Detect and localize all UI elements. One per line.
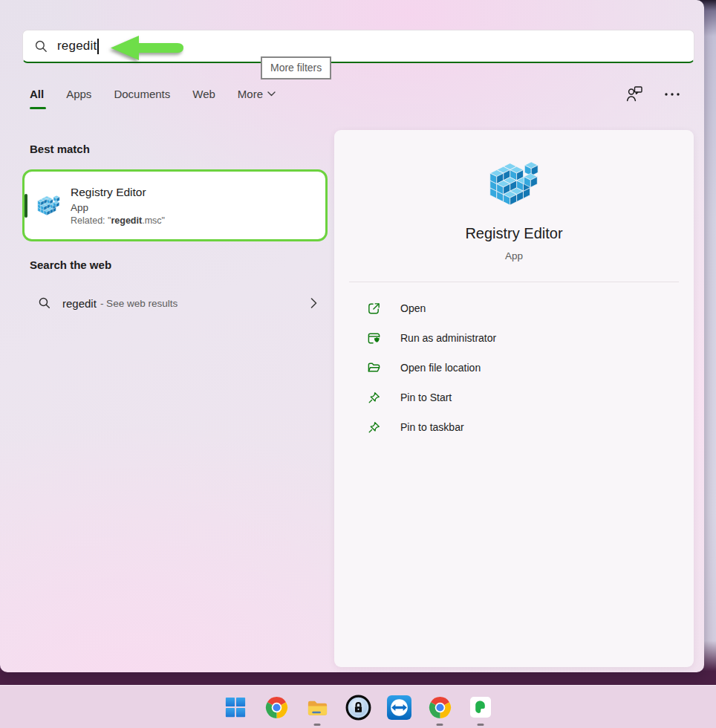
- windows-search-flyout: regedit More filters AllAppsDocumentsWeb…: [0, 0, 704, 672]
- taskbar: [0, 685, 716, 728]
- text-cursor: [97, 39, 99, 54]
- web-suffix-text: - See web results: [100, 298, 178, 309]
- registry-editor-icon: [489, 160, 539, 207]
- taskbar-icon-chrome[interactable]: [261, 686, 291, 728]
- tab-web[interactable]: Web: [192, 88, 215, 109]
- detail-app-type: App: [505, 250, 523, 261]
- taskbar-icon-file-explorer[interactable]: [302, 686, 332, 728]
- more-options-icon[interactable]: [664, 92, 680, 97]
- user-feedback-icon[interactable]: [625, 85, 645, 103]
- selection-indicator: [25, 194, 27, 218]
- pin-icon: [367, 420, 381, 435]
- best-match-heading: Best match: [30, 143, 90, 155]
- action-run-as-administrator[interactable]: Run as administrator: [334, 323, 694, 353]
- result-type: App: [71, 202, 165, 213]
- web-search-heading: Search the web: [30, 259, 111, 271]
- taskbar-icon-chrome[interactable]: [425, 686, 455, 728]
- chevron-right-icon: [310, 298, 317, 308]
- search-query-text: regedit: [57, 39, 97, 53]
- open-external-icon: [367, 302, 381, 316]
- action-pin-to-start[interactable]: Pin to Start: [334, 383, 694, 412]
- tab-apps[interactable]: Apps: [66, 88, 91, 109]
- taskbar-icon-teamviewer[interactable]: [384, 686, 414, 728]
- detail-app-name: Registry Editor: [465, 225, 562, 242]
- more-filters-tooltip: More filters: [261, 56, 331, 79]
- search-icon: [38, 296, 51, 310]
- active-tab-underline: [30, 107, 46, 109]
- web-query-text: regedit: [62, 297, 97, 310]
- open-folder-icon: [367, 361, 381, 375]
- running-indicator: [437, 724, 443, 726]
- pin-icon: [367, 391, 381, 405]
- tab-more[interactable]: More: [238, 88, 276, 109]
- action-pin-to-taskbar[interactable]: Pin to taskbar: [334, 412, 694, 442]
- taskbar-icon-windows-start[interactable]: [221, 686, 250, 728]
- taskbar-icon-keepass[interactable]: [343, 686, 373, 728]
- tab-documents[interactable]: Documents: [114, 88, 170, 109]
- action-open-file-location[interactable]: Open file location: [334, 353, 694, 383]
- search-filter-tabs: AllAppsDocumentsWebMore: [30, 88, 276, 109]
- search-icon: [34, 39, 48, 53]
- divider: [349, 282, 679, 282]
- running-indicator: [314, 724, 321, 726]
- result-title: Registry Editor: [71, 186, 165, 199]
- run-as-admin-icon: [367, 331, 381, 345]
- registry-editor-icon: [37, 195, 60, 216]
- best-match-result[interactable]: Registry Editor App Related: "regedit.ms…: [22, 169, 328, 241]
- taskbar-icon-evernote[interactable]: [466, 686, 495, 728]
- tab-all[interactable]: All: [30, 88, 44, 109]
- annotation-arrow-icon: [108, 33, 186, 63]
- result-detail-panel: Registry Editor App OpenRun as administr…: [334, 130, 694, 667]
- running-indicator: [478, 724, 484, 726]
- web-search-result[interactable]: regedit - See web results: [22, 285, 328, 321]
- action-open[interactable]: Open: [334, 293, 694, 323]
- result-related: Related: "regedit.msc": [71, 215, 165, 226]
- action-list: OpenRun as administratorOpen file locati…: [334, 293, 694, 442]
- chevron-down-icon: [267, 91, 276, 97]
- header-icons: [625, 85, 680, 103]
